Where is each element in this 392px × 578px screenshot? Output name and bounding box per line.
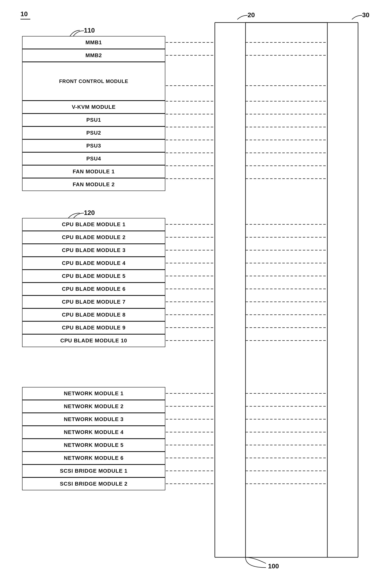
- box-front-control: FRONT CONTROL MODULE: [22, 62, 165, 100]
- box-fan1: FAN MODULE 1: [22, 165, 165, 178]
- box-cpu7: CPU BLADE MODULE 7: [22, 295, 165, 308]
- box-scsi1: SCSI BRIDGE MODULE 1: [22, 465, 165, 478]
- ref-30-arrow: [344, 11, 364, 24]
- box-psu1: PSU1: [22, 113, 165, 126]
- box-cpu6: CPU BLADE MODULE 6: [22, 283, 165, 295]
- box-cpu1: CPU BLADE MODULE 1: [22, 218, 165, 231]
- box-net2: NETWORK MODULE 2: [22, 400, 165, 413]
- ref-10-underline: [20, 19, 30, 19]
- box-cpu9: CPU BLADE MODULE 9: [22, 321, 165, 334]
- box-mmb1: MMB1: [22, 36, 165, 49]
- box-cpu4: CPU BLADE MODULE 4: [22, 257, 165, 270]
- box-cpu2: CPU BLADE MODULE 2: [22, 231, 165, 244]
- box-net6: NETWORK MODULE 6: [22, 452, 165, 465]
- box-psu4: PSU4: [22, 152, 165, 165]
- ref-20-arrow: [229, 11, 250, 24]
- box-vkvm: V-KVM MODULE: [22, 100, 165, 113]
- diagram-container: { "diagram": { "ref_10": "10", "ref_110"…: [0, 0, 392, 578]
- ref-10: 10: [20, 10, 28, 18]
- box-cpu10: CPU BLADE MODULE 10: [22, 334, 165, 347]
- box-cpu8: CPU BLADE MODULE 8: [22, 308, 165, 321]
- box-net1: NETWORK MODULE 1: [22, 387, 165, 400]
- box-cpu3: CPU BLADE MODULE 3: [22, 244, 165, 257]
- box-cpu5: CPU BLADE MODULE 5: [22, 270, 165, 283]
- box-net5: NETWORK MODULE 5: [22, 439, 165, 452]
- box-scsi2: SCSI BRIDGE MODULE 2: [22, 478, 165, 490]
- box-mmb2: MMB2: [22, 49, 165, 62]
- box-psu2: PSU2: [22, 126, 165, 139]
- ref-100-arrow: [241, 555, 270, 568]
- box-net3: NETWORK MODULE 3: [22, 413, 165, 426]
- box-net4: NETWORK MODULE 4: [22, 426, 165, 439]
- box-psu3: PSU3: [22, 139, 165, 152]
- box-fan2: FAN MODULE 2: [22, 178, 165, 191]
